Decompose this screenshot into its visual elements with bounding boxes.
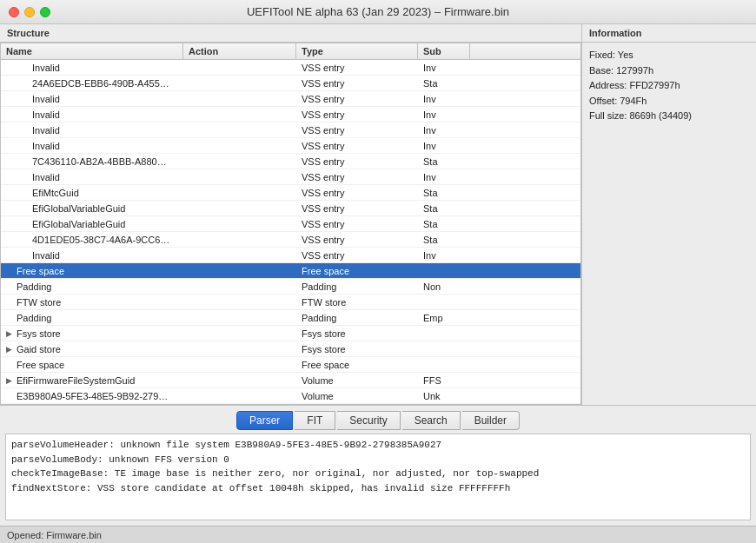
tree-table[interactable]: Name Action Type Sub InvalidVSS entryInv… [0, 43, 581, 405]
table-row[interactable]: PaddingPaddingNon [1, 279, 580, 295]
cell-name: Free space [1, 265, 183, 277]
cell-sub [418, 348, 470, 350]
cell-name: Free space [1, 359, 183, 371]
tab-fit[interactable]: FIT [295, 411, 335, 430]
cell-type: VSS entry [296, 62, 418, 74]
table-row[interactable]: ▶EfiFirmwareFileSystemGuidVolumeFFS [1, 373, 580, 388]
tab-parser[interactable]: Parser [236, 411, 293, 430]
cell-type: Free space [296, 265, 418, 277]
table-row[interactable]: ▶Gaid storeFsys store [1, 341, 580, 357]
fullscreen-button[interactable] [40, 7, 50, 17]
cell-action [183, 380, 296, 381]
cell-sub: Sta [418, 234, 470, 246]
table-row[interactable]: E3B980A9-5FE3-48E5-9B92-279…VolumeUnk [1, 388, 580, 404]
cell-sub: Inv [418, 93, 470, 105]
cell-action [183, 301, 296, 303]
cell-action [183, 161, 296, 162]
cell-sub: Unk [418, 390, 470, 402]
col-header-name: Name [1, 43, 183, 59]
table-row[interactable]: InvalidVSS entryInv [1, 123, 580, 138]
structure-header: Structure [0, 24, 581, 43]
table-row[interactable]: 24A6EDCB-EBB6-490B-A455…VSS entrySta [1, 76, 580, 91]
expand-arrow-icon[interactable]: ▶ [6, 376, 15, 385]
status-bar: Opened: Firmware.bin [0, 526, 756, 543]
structure-panel: Structure Name Action Type Sub InvalidVS… [0, 24, 582, 405]
cell-type: Volume [296, 374, 418, 387]
expand-arrow-icon[interactable]: ▶ [6, 345, 15, 354]
row-name-text: 4D1EDE05-38C7-4A6A-9CC6… [32, 235, 169, 245]
tab-search[interactable]: Search [402, 411, 461, 430]
bottom-section: ParserFITSecuritySearchBuilder parseVolu… [0, 405, 756, 526]
table-row[interactable]: EfiMtcGuidVSS entrySta [1, 185, 580, 201]
cell-action [183, 83, 296, 84]
cell-sub: Sta [418, 218, 470, 230]
tabs-bar: ParserFITSecuritySearchBuilder [0, 406, 756, 434]
close-button[interactable] [9, 7, 19, 17]
row-name-text: 24A6EDCB-EBB6-490B-A455… [32, 78, 169, 89]
cell-sub [418, 270, 470, 272]
table-row[interactable]: FTW storeFTW store [1, 295, 580, 310]
minimize-button[interactable] [24, 7, 35, 17]
row-name-text: FTW store [17, 297, 61, 308]
cell-type: VSS entry [296, 234, 418, 246]
cell-action [183, 333, 296, 334]
cell-action [183, 317, 296, 319]
table-row[interactable]: EfiGlobalVariableGuidVSS entrySta [1, 201, 580, 216]
titlebar: UEFITool NE alpha 63 (Jan 29 2023) – Fir… [0, 0, 756, 24]
table-row[interactable]: ▶Fsys storeFsys store [1, 326, 580, 341]
cell-name: Invalid [1, 93, 183, 105]
log-area[interactable]: parseVolumeHeader: unknown file system E… [5, 434, 751, 520]
traffic-lights [9, 7, 50, 17]
table-row[interactable]: InvalidVSS entryInv [1, 107, 580, 123]
row-name-text: Invalid [32, 94, 60, 104]
window-title: UEFITool NE alpha 63 (Jan 29 2023) – Fir… [247, 5, 509, 18]
table-row[interactable]: InvalidVSS entryInv [1, 91, 580, 107]
col-header-action: Action [183, 43, 296, 59]
row-name-text: Invalid [32, 63, 60, 73]
cell-action [183, 192, 296, 194]
info-line: Offset: 794Fh [589, 94, 749, 109]
table-row[interactable]: InvalidVSS entryInv [1, 60, 580, 76]
row-name-text: Free space [17, 360, 64, 370]
cell-sub: Inv [418, 62, 470, 74]
cell-sub: Sta [418, 202, 470, 215]
table-row[interactable]: 4D1EDE05-38C7-4A6A-9CC6…VSS entrySta [1, 232, 580, 248]
row-name-text: Invalid [32, 125, 60, 136]
status-text: Opened: Firmware.bin [7, 530, 102, 540]
cell-type: VSS entry [296, 218, 418, 230]
cell-name: Padding [1, 312, 183, 324]
cell-action [183, 270, 296, 272]
main-content: Structure Name Action Type Sub InvalidVS… [0, 24, 756, 405]
cell-name: Padding [1, 281, 183, 293]
row-name-text: Invalid [32, 250, 60, 261]
table-row[interactable]: InvalidVSS entryInv [1, 138, 580, 154]
cell-type: VSS entry [296, 171, 418, 183]
cell-action [183, 98, 296, 100]
col-header-type: Type [296, 43, 418, 59]
cell-name: 7C436110-AB2A-4BBB-A880… [1, 156, 183, 168]
cell-name: ▶Gaid store [1, 343, 183, 355]
tab-builder[interactable]: Builder [462, 411, 520, 430]
row-name-text: Gaid store [17, 344, 61, 354]
cell-name: ▶Fsys store [1, 328, 183, 340]
table-row[interactable]: PaddingPaddingEmp [1, 310, 580, 326]
expand-arrow-icon[interactable]: ▶ [6, 329, 15, 338]
table-row[interactable]: Free spaceFree space [1, 357, 580, 373]
cell-type: Fsys store [296, 328, 418, 340]
cell-name: Invalid [1, 171, 183, 183]
table-row[interactable]: Free spaceFree space [1, 263, 580, 279]
table-row[interactable]: EfiGlobalVariableGuidVSS entrySta [1, 216, 580, 232]
info-content: Fixed: YesBase: 127997hAddress: FFD27997… [582, 43, 756, 129]
cell-action [183, 255, 296, 256]
row-name-text: Invalid [32, 172, 60, 182]
cell-name: EfiGlobalVariableGuid [1, 202, 183, 215]
cell-sub: Inv [418, 249, 470, 262]
tab-security[interactable]: Security [337, 411, 400, 430]
table-row[interactable]: 7C436110-AB2A-4BBB-A880…VSS entrySta [1, 154, 580, 169]
table-row[interactable]: InvalidVSS entryInv [1, 169, 580, 185]
table-row[interactable]: InvalidVSS entryInv [1, 248, 580, 263]
cell-action [183, 114, 296, 116]
row-name-text: EfiGlobalVariableGuid [32, 219, 125, 229]
cell-action [183, 176, 296, 178]
info-line: Base: 127997h [589, 63, 749, 79]
